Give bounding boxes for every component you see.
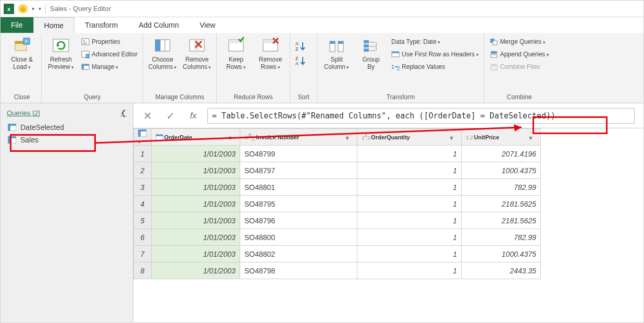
column-header-unitprice[interactable]: 1.2 UnitPrice▾ — [462, 129, 541, 146]
row-number[interactable]: 6 — [134, 229, 152, 246]
cell-orderdate[interactable]: 1/01/2003 — [152, 179, 240, 196]
cell-orderdate[interactable]: 1/01/2003 — [152, 212, 240, 229]
cell-qty[interactable]: 1 — [357, 162, 462, 179]
accept-formula-icon[interactable]: ✓ — [162, 107, 179, 125]
row-number[interactable]: 4 — [134, 196, 152, 212]
cell-invoice[interactable]: SO48796 — [240, 212, 357, 229]
close-and-load-button[interactable]: Close & Load — [6, 35, 38, 71]
tab-file[interactable]: File — [1, 17, 33, 33]
cell-orderdate[interactable]: 1/01/2003 — [152, 196, 240, 212]
table-row[interactable]: 51/01/2003SO4879612181.5625 — [134, 212, 541, 229]
row-number[interactable]: 1 — [134, 146, 152, 162]
cell-price[interactable]: 2181.5625 — [462, 212, 541, 229]
row-number[interactable]: 3 — [134, 179, 152, 196]
table-row[interactable]: 71/01/2003SO4880211000.4375 — [134, 246, 541, 262]
cell-price[interactable]: 782.99 — [462, 179, 541, 196]
cell-price[interactable]: 782.99 — [462, 229, 541, 246]
smiley-icon[interactable]: ☺ — [18, 4, 28, 14]
cell-invoice[interactable]: SO48801 — [240, 179, 357, 196]
split-column-button[interactable]: Split Column — [320, 35, 353, 71]
queries-header[interactable]: Queries [2] — [7, 109, 40, 117]
cell-qty[interactable]: 1 — [357, 246, 462, 262]
tab-home[interactable]: Home — [33, 17, 75, 33]
qat-dropdown-icon[interactable]: ▾ — [32, 6, 34, 11]
append-queries-button[interactable]: Append Queries — [488, 49, 551, 60]
remove-columns-button[interactable]: Remove Columns — [181, 35, 213, 71]
advanced-editor-icon — [81, 50, 90, 58]
replace-values-button[interactable]: 12 Replace Values — [389, 61, 481, 73]
cell-invoice[interactable]: SO48798 — [240, 262, 357, 279]
svg-text:1: 1 — [391, 64, 394, 70]
group-by-button[interactable]: Group By — [355, 35, 387, 70]
cell-invoice[interactable]: SO48802 — [240, 246, 357, 262]
table-row[interactable]: 21/01/2003SO4879711000.4375 — [134, 162, 541, 179]
refresh-label: Refresh Preview — [48, 56, 74, 71]
queries-pane: Queries [2] ❮ DateSelected Sales — [1, 103, 133, 322]
manage-button[interactable]: Manage — [79, 61, 140, 73]
cell-invoice[interactable]: SO48800 — [240, 229, 357, 246]
cell-invoice[interactable]: SO48797 — [240, 162, 357, 179]
cell-price[interactable]: 2071.4196 — [462, 146, 541, 162]
cancel-formula-icon[interactable]: ✕ — [139, 107, 156, 125]
tab-transform[interactable]: Transform — [75, 17, 128, 33]
cell-price[interactable]: 2181.5625 — [462, 196, 541, 212]
cell-qty[interactable]: 1 — [357, 262, 462, 279]
close-load-icon — [13, 37, 31, 55]
collapse-pane-icon[interactable]: ❮ — [120, 109, 127, 117]
cell-price[interactable]: 1000.4375 — [462, 162, 541, 179]
column-header-orderquantity[interactable]: 123 OrderQuantity▾ — [357, 129, 462, 146]
sort-desc-button[interactable]: ZA — [295, 55, 307, 66]
cell-qty[interactable]: 1 — [357, 229, 462, 246]
formula-input[interactable]: = Table.SelectRows(#"Renamed Columns", e… — [207, 108, 635, 124]
first-row-headers-button[interactable]: Use First Row as Headers — [389, 49, 481, 60]
cell-invoice[interactable]: SO48795 — [240, 196, 357, 212]
group-query: Refresh Preview Properties Advanced Edit… — [42, 34, 143, 103]
row-number[interactable]: 8 — [134, 262, 152, 279]
cell-qty[interactable]: 1 — [357, 179, 462, 196]
remove-rows-button[interactable]: Remove Rows — [254, 35, 287, 71]
advanced-editor-button[interactable]: Advanced Editor — [79, 49, 140, 60]
table-row[interactable]: 81/01/2003SO4879812443.35 — [134, 262, 541, 279]
cell-price[interactable]: 1000.4375 — [462, 246, 541, 262]
cell-orderdate[interactable]: 1/01/2003 — [152, 146, 240, 162]
merge-label: Merge Queries — [500, 38, 546, 45]
tab-add-column[interactable]: Add Column — [128, 17, 189, 33]
qat-more-icon[interactable]: ▾ — [39, 6, 41, 11]
table-row[interactable]: 11/01/2003SO4879912071.4196 — [134, 146, 541, 162]
cell-orderdate[interactable]: 1/01/2003 — [152, 162, 240, 179]
table-row[interactable]: 31/01/2003SO488011782.99 — [134, 179, 541, 196]
ribbon: Close & Load Close Refresh Preview Prope… — [1, 33, 643, 103]
cell-invoice[interactable]: SO48799 — [240, 146, 357, 162]
cell-qty[interactable]: 1 — [357, 146, 462, 162]
row-number[interactable]: 2 — [134, 162, 152, 179]
properties-button[interactable]: Properties — [79, 36, 140, 47]
query-item-dateselected[interactable]: DateSelected — [5, 121, 129, 134]
choose-columns-button[interactable]: Choose Columns — [146, 35, 179, 71]
group-reduce-rows: Keep Rows Remove Rows Reduce Rows — [217, 34, 290, 103]
table-row[interactable]: 61/01/2003SO488001782.99 — [134, 229, 541, 246]
cell-qty[interactable]: 1 — [357, 212, 462, 229]
refresh-preview-button[interactable]: Refresh Preview — [45, 35, 77, 71]
data-type-button[interactable]: Data Type: Date — [389, 36, 481, 47]
svg-rect-32 — [364, 44, 369, 47]
merge-queries-button[interactable]: Merge Queries — [488, 36, 551, 47]
cell-orderdate[interactable]: 1/01/2003 — [152, 229, 240, 246]
table-row[interactable]: 41/01/2003SO4879512181.5625 — [134, 196, 541, 212]
cell-price[interactable]: 2443.35 — [462, 262, 541, 279]
row-number[interactable]: 7 — [134, 246, 152, 262]
query-item-sales[interactable]: Sales — [5, 134, 129, 146]
merge-icon — [490, 38, 498, 46]
keep-rows-button[interactable]: Keep Rows — [220, 35, 252, 71]
cell-qty[interactable]: 1 — [357, 196, 462, 212]
column-header-orderdate[interactable]: OrderDate▾ — [152, 129, 240, 146]
row-number[interactable]: 5 — [134, 212, 152, 229]
select-all-header[interactable]: ▾ — [134, 129, 152, 146]
cell-orderdate[interactable]: 1/01/2003 — [152, 246, 240, 262]
cell-orderdate[interactable]: 1/01/2003 — [152, 262, 240, 279]
tab-view[interactable]: View — [189, 17, 226, 33]
fx-icon[interactable]: fx — [184, 107, 202, 125]
sort-asc-button[interactable]: AZ — [295, 40, 307, 52]
column-header-invoice-number[interactable]: ABC Invoice Number▾ — [240, 129, 357, 146]
properties-label: Properties — [92, 38, 120, 45]
data-grid[interactable]: ▾ OrderDate▾ABC Invoice Number▾123 Order… — [133, 128, 643, 279]
